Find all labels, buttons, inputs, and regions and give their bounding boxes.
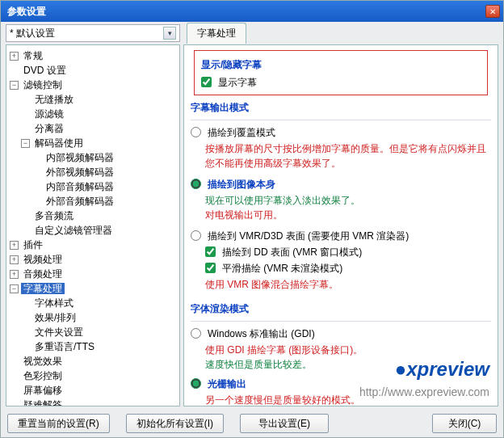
radio-label: 描绘到覆盖模式 [208,125,275,140]
tree-item[interactable]: 音频处理 [21,268,65,280]
separator [191,321,491,322]
output-overlay-radio[interactable] [191,127,201,137]
tree-item[interactable]: 视频处理 [21,254,65,265]
tree-item[interactable]: 外部视频解码器 [44,166,116,178]
close-button[interactable]: 关闭(C) [432,414,497,433]
raster-radio[interactable] [191,378,201,389]
preset-select[interactable]: * 默认设置 ▾ [6,24,180,42]
option-desc: 使用 VMR 图像混合描绘字幕。 [205,277,491,292]
category-tree[interactable]: +常规 DVD 设置 −滤镜控制 无缝播放 源滤镜 分离器 −解码器使用 内部视… [6,44,180,406]
checkbox-label: 描绘到 DD 表面 (VMR 窗口模式) [222,245,362,259]
collapse-icon[interactable]: − [10,284,19,293]
tree-item[interactable]: 多重语言/TTS [32,341,97,352]
option-desc: 按播放屏幕的尺寸按比例增加字幕的质量。但是它将有点闪烁并且您不能再使用高级字幕效… [205,141,491,171]
checkbox-label: 显示字幕 [218,75,257,90]
option-desc: 速度快但是质量比较差。 [205,357,491,372]
tab-subtitle[interactable]: 字幕处理 [187,23,246,44]
tree-item[interactable]: DVD 设置 [21,65,69,76]
option-desc: 现在可以使用字幕淡入淡出效果了。 [205,193,491,208]
preset-value: * 默认设置 [10,27,55,40]
export-button[interactable]: 导出设置(E) [240,414,329,433]
tree-item[interactable]: 屏幕偏移 [21,385,65,396]
checkbox-label: 平滑描绘 (VMR 未渲染模式) [222,261,342,276]
expand-icon[interactable]: + [10,52,19,61]
tree-item[interactable]: 分离器 [32,123,66,134]
tree-item[interactable]: 外部音频解码器 [44,196,116,207]
chevron-down-icon[interactable]: ▾ [163,27,176,40]
section-title: 显示/隐藏字幕 [201,57,481,72]
tree-item[interactable]: 多音频流 [32,210,76,221]
window-title: 参数设置 [7,5,485,19]
expand-icon[interactable]: + [10,270,19,279]
tree-item[interactable]: 内部视频解码器 [44,152,116,163]
tree-item[interactable]: 无缝播放 [32,94,76,105]
tree-item-selected[interactable]: 字幕处理 [21,283,65,294]
titlebar: 参数设置 ✕ [1,1,503,22]
show-subtitle-checkbox[interactable] [201,77,212,87]
tree-item[interactable]: 滤镜控制 [21,79,65,91]
tree-item[interactable]: 自定义滤镜管理器 [32,225,115,236]
expand-icon[interactable]: + [10,255,19,264]
tree-item[interactable]: 疑难解答 [21,399,65,406]
radio-label: 描绘到图像本身 [208,177,275,192]
settings-window: 参数设置 ✕ * 默认设置 ▾ 字幕处理 +常规 DVD 设置 −滤镜控制 无缝… [0,0,504,438]
collapse-icon[interactable]: − [10,81,19,90]
output-image-radio[interactable] [191,179,201,189]
output-vmr-radio[interactable] [191,230,201,241]
option-desc: 使用 GDI 描绘字幕 (图形设备接口)。 [205,343,491,357]
gdi-radio[interactable] [191,328,201,339]
tree-item[interactable]: 插件 [21,239,45,251]
section-title: 字体渲染模式 [191,301,491,316]
top-row: * 默认设置 ▾ 字幕处理 [1,22,503,44]
smooth-draw-checkbox[interactable] [205,263,216,273]
content-pane: 显示/隐藏字幕 显示字幕 字幕输出模式 描绘到覆盖模式 按播放屏幕的尺寸按比例增… [183,44,498,406]
radio-label: Windows 标准输出 (GDI) [208,326,315,341]
tree-item[interactable]: 效果/排列 [32,312,78,323]
tree-item[interactable]: 视觉效果 [21,356,65,367]
collapse-icon[interactable]: − [21,139,30,148]
radio-label: 描绘到 VMR/D3D 表面 (需要使用 VMR 渲染器) [208,229,409,243]
highlight-section: 显示/隐藏字幕 显示字幕 [194,50,488,95]
option-desc: 另一个速度慢但是质量较好的模式。 [205,393,491,406]
tree-item[interactable]: 源滤镜 [32,108,66,120]
reset-button[interactable]: 重置当前的设置(R) [7,414,110,433]
separator [191,120,491,120]
option-desc: 对电视输出可用。 [205,208,491,222]
button-row: 重置当前的设置(R) 初始化所有设置(I) 导出设置(E) 关闭(C) [1,410,503,437]
radio-label: 光栅输出 [208,377,246,391]
tree-item[interactable]: 常规 [21,50,45,61]
dd-surface-checkbox[interactable] [205,246,216,257]
tree-item[interactable]: 解码器使用 [32,137,86,149]
section-title: 字幕输出模式 [191,100,491,115]
tree-item[interactable]: 字体样式 [32,297,76,309]
tree-item[interactable]: 色彩控制 [21,370,65,381]
tab-strip: 字幕处理 [187,23,246,44]
tree-item[interactable]: 内部音频解码器 [44,181,116,192]
expand-icon[interactable]: + [10,241,19,250]
tree-item[interactable]: 文件夹设置 [32,326,86,338]
close-icon[interactable]: ✕ [485,5,500,18]
init-button[interactable]: 初始化所有设置(I) [126,414,224,433]
